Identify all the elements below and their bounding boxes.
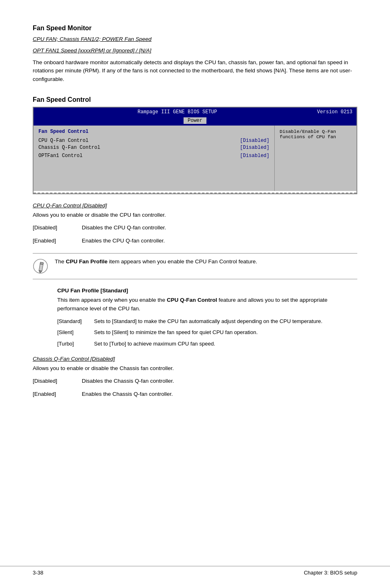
footer-page-number: 3-38 xyxy=(33,570,43,576)
bios-section-header: Fan Speed Control xyxy=(38,129,269,135)
bios-version: Version 0213 xyxy=(317,109,352,115)
cpu-profile-standard: [Standard] Sets to [Standard] to make th… xyxy=(57,317,357,325)
fan-speed-monitor-description: The onboard hardware monitor automatical… xyxy=(33,58,357,84)
chassis-qfan-desc-block: Chassis Q-Fan Control [Disabled] Allows … xyxy=(33,356,357,398)
bios-bottom-border xyxy=(34,193,356,193)
bios-row-cpu-qfan: CPU Q-Fan Control [Disabled] xyxy=(38,138,269,144)
cpu-fan-profile-desc: This item appears only when you enable t… xyxy=(57,296,357,313)
bios-header-title: Rampage III GENE BIOS SETUP xyxy=(38,109,317,115)
bios-chassis-qfan-value: [Disabled] xyxy=(240,145,269,150)
cpu-profile-turbo-label: [Turbo] xyxy=(57,340,94,348)
cpu-qfan-option-disabled: [Disabled] Disables the CPU Q-fan contro… xyxy=(33,224,357,232)
chassis-qfan-option-enabled: [Enabled] Enables the Chassis Q-fan cont… xyxy=(33,390,357,398)
note-box: The CPU Fan Profile item appears when yo… xyxy=(33,253,357,279)
page-footer: 3-38 Chapter 3: BIOS setup xyxy=(0,566,390,576)
chassis-qfan-desc-title: Chassis Q-Fan Control [Disabled] xyxy=(33,356,357,362)
fan-speed-monitor-subtitle2: OPT FAN1 Speed [xxxxRPM] or [Ignored] / … xyxy=(33,47,357,55)
cpu-profile-silent-label: [Silent] xyxy=(57,328,94,337)
cpu-profile-turbo: [Turbo] Set to [Turbo] to achieve maximu… xyxy=(57,340,357,348)
chassis-qfan-option-disabled: [Disabled] Disables the Chassis Q-fan co… xyxy=(33,377,357,385)
bios-cpu-qfan-label: CPU Q-Fan Control xyxy=(38,138,88,144)
bios-optfan-label: OPTFan1 Control xyxy=(38,153,83,159)
cpu-qfan-enabled-desc: Enables the CPU Q-fan controller. xyxy=(82,237,357,245)
note-bold: CPU Fan Profile xyxy=(66,258,108,265)
fan-speed-control-title: Fan Speed Control xyxy=(33,96,357,103)
cpu-qfan-desc-block: CPU Q-Fan Control [Disabled] Allows you … xyxy=(33,202,357,245)
bios-help-text: Disable/Enable Q-Fan functions of CPU fa… xyxy=(280,129,336,139)
bios-content: Fan Speed Control CPU Q-Fan Control [Dis… xyxy=(34,126,356,191)
fan-speed-control-section: Fan Speed Control Rampage III GENE BIOS … xyxy=(33,96,357,398)
cpu-qfan-desc-title: CPU Q-Fan Control [Disabled] xyxy=(33,202,357,209)
note-text: The CPU Fan Profile item appears when yo… xyxy=(55,258,257,266)
cpu-qfan-desc-text: Allows you to enable or disable the CPU … xyxy=(33,211,357,219)
bios-right-panel: Disable/Enable Q-Fan functions of CPU fa… xyxy=(275,126,356,191)
bios-chassis-qfan-label: Chassis Q-Fan Control xyxy=(38,145,100,150)
fan-speed-monitor-subtitle1: CPU FAN; Chassis FAN1/2; POWER Fan Speed xyxy=(33,35,357,43)
cpu-profile-standard-desc: Sets to [Standard] to make the CPU fan a… xyxy=(94,317,357,325)
fan-speed-monitor-title: Fan Speed Monitor xyxy=(33,25,357,32)
bios-cpu-qfan-value: [Disabled] xyxy=(240,138,269,144)
chassis-qfan-disabled-desc: Disables the Chassis Q-fan controller. xyxy=(82,377,357,385)
cpu-profile-silent: [Silent] Sets to [Silent] to minimize th… xyxy=(57,328,357,337)
chassis-qfan-enabled-label: [Enabled] xyxy=(33,390,82,398)
bios-optfan-value: [Disabled] xyxy=(240,153,269,159)
cpu-fan-profile-title: CPU Fan Profile [Standard] xyxy=(57,287,357,294)
cpu-fan-profile-bold: CPU Q-Fan Control xyxy=(167,297,217,303)
pencil-icon xyxy=(33,258,49,275)
bios-tab-power: Power xyxy=(184,117,206,124)
bios-row-chassis-qfan: Chassis Q-Fan Control [Disabled] xyxy=(38,145,269,150)
cpu-qfan-enabled-label: [Enabled] xyxy=(33,237,82,245)
footer-chapter: Chapter 3: BIOS setup xyxy=(304,570,357,576)
chassis-qfan-disabled-label: [Disabled] xyxy=(33,377,82,385)
cpu-qfan-disabled-label: [Disabled] xyxy=(33,224,82,232)
cpu-qfan-option-enabled: [Enabled] Enables the CPU Q-fan controll… xyxy=(33,237,357,245)
bios-left-panel: Fan Speed Control CPU Q-Fan Control [Dis… xyxy=(34,126,275,191)
cpu-profile-turbo-desc: Set to [Turbo] to achieve maximum CPU fa… xyxy=(94,340,357,348)
cpu-qfan-disabled-desc: Disables the CPU Q-fan controller. xyxy=(82,224,357,232)
bios-header: Rampage III GENE BIOS SETUP Version 0213 xyxy=(34,108,356,117)
cpu-profile-standard-label: [Standard] xyxy=(57,317,94,325)
chassis-qfan-enabled-desc: Enables the Chassis Q-fan controller. xyxy=(82,390,357,398)
chassis-qfan-desc-text: Allows you to enable or disable the Chas… xyxy=(33,364,357,373)
cpu-fan-profile-subsection: CPU Fan Profile [Standard] This item app… xyxy=(57,287,357,348)
cpu-profile-silent-desc: Sets to [Silent] to minimize the fan spe… xyxy=(94,328,357,337)
bios-screenshot-box: Rampage III GENE BIOS SETUP Version 0213… xyxy=(33,107,357,194)
fan-speed-monitor-section: Fan Speed Monitor CPU FAN; Chassis FAN1/… xyxy=(33,25,357,84)
bios-tabs: Power xyxy=(34,117,356,126)
bios-row-optfan: OPTFan1 Control [Disabled] xyxy=(38,153,269,159)
